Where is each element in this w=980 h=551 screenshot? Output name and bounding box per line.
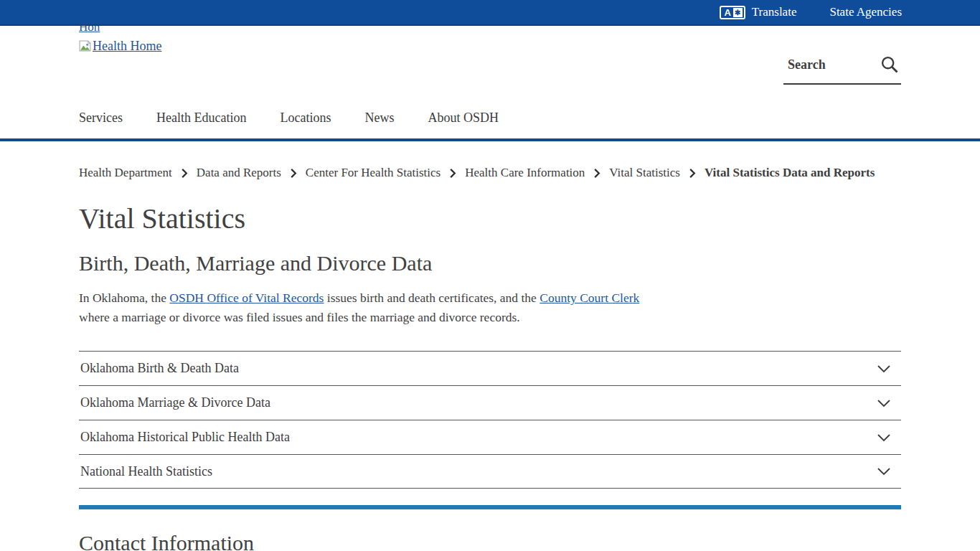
- intro-text: In Oklahoma, the: [79, 291, 169, 305]
- nav-item-about-osdh[interactable]: About OSDH: [428, 110, 499, 126]
- main-content: Health Department Data and Reports Cente…: [79, 166, 901, 551]
- chevron-down-icon: [877, 433, 891, 442]
- accordion-label: Oklahoma Marriage & Divorce Data: [79, 395, 270, 410]
- county-court-clerk-link[interactable]: County Court Clerk: [540, 291, 639, 305]
- intro-text: where a marriage or divorce was filed is…: [79, 310, 520, 324]
- utility-bar: A ✱ Translate State Agencies: [0, 0, 980, 26]
- health-home-link[interactable]: Health Home: [79, 39, 161, 54]
- search-placeholder: Search: [788, 57, 826, 72]
- search-icon: [880, 55, 900, 75]
- chevron-down-icon: [877, 364, 891, 373]
- main-nav: Services Health Education Locations News…: [79, 110, 499, 126]
- state-agencies-link[interactable]: State Agencies: [829, 5, 902, 19]
- chevron-right-icon: [290, 168, 297, 179]
- nav-item-locations[interactable]: Locations: [280, 110, 331, 126]
- translate-button[interactable]: A ✱ Translate: [720, 5, 796, 19]
- accordion-list: Oklahoma Birth & Death Data Oklahoma Mar…: [79, 351, 901, 489]
- broken-image-icon: [79, 40, 91, 52]
- accordion-label: Oklahoma Birth & Death Data: [79, 361, 239, 376]
- breadcrumb-center-for-health-statistics[interactable]: Center For Health Statistics: [306, 166, 440, 180]
- nav-item-services[interactable]: Services: [79, 110, 123, 126]
- chevron-down-icon: [877, 399, 891, 408]
- section-divider: [79, 505, 901, 509]
- nav-item-health-education[interactable]: Health Education: [156, 110, 246, 126]
- search-field[interactable]: Search: [783, 50, 901, 85]
- page-title: Vital Statistics: [79, 202, 901, 235]
- accordion-marriage-divorce-data[interactable]: Oklahoma Marriage & Divorce Data: [79, 385, 901, 420]
- accordion-national-health-statistics[interactable]: National Health Statistics: [79, 454, 901, 489]
- search-button[interactable]: [880, 55, 900, 75]
- breadcrumb-current-page: Vital Statistics Data and Reports: [705, 166, 875, 180]
- vital-records-link[interactable]: OSDH Office of Vital Records: [169, 291, 324, 305]
- intro-text: issues birth and death certificates, and…: [324, 291, 540, 305]
- chevron-right-icon: [181, 168, 188, 179]
- intro-paragraph: In Oklahoma, the OSDH Office of Vital Re…: [79, 288, 664, 327]
- contact-information-heading: Contact Information: [79, 531, 901, 551]
- accordion-birth-death-data[interactable]: Oklahoma Birth & Death Data: [79, 351, 901, 385]
- breadcrumb-health-care-information[interactable]: Health Care Information: [465, 166, 585, 180]
- breadcrumb: Health Department Data and Reports Cente…: [79, 166, 901, 180]
- accordion-label: Oklahoma Historical Public Health Data: [79, 430, 290, 445]
- translate-icon: A ✱: [720, 6, 745, 19]
- accordion-historical-public-health-data[interactable]: Oklahoma Historical Public Health Data: [79, 420, 901, 454]
- chevron-right-icon: [689, 168, 696, 179]
- site-header: Hon Health Home Search Services Health E…: [0, 26, 980, 141]
- health-home-label: Health Home: [93, 39, 161, 54]
- translate-label: Translate: [752, 5, 797, 19]
- chevron-right-icon: [593, 168, 600, 179]
- page-subtitle: Birth, Death, Marriage and Divorce Data: [79, 251, 901, 276]
- chevron-right-icon: [449, 168, 456, 179]
- breadcrumb-vital-statistics[interactable]: Vital Statistics: [609, 166, 680, 180]
- state-agencies-label: State Agencies: [829, 5, 902, 19]
- accordion-label: National Health Statistics: [79, 464, 212, 479]
- breadcrumb-health-department[interactable]: Health Department: [79, 166, 172, 180]
- breadcrumb-data-and-reports[interactable]: Data and Reports: [197, 166, 281, 180]
- nav-item-news[interactable]: News: [364, 110, 394, 126]
- chevron-down-icon: [877, 467, 891, 476]
